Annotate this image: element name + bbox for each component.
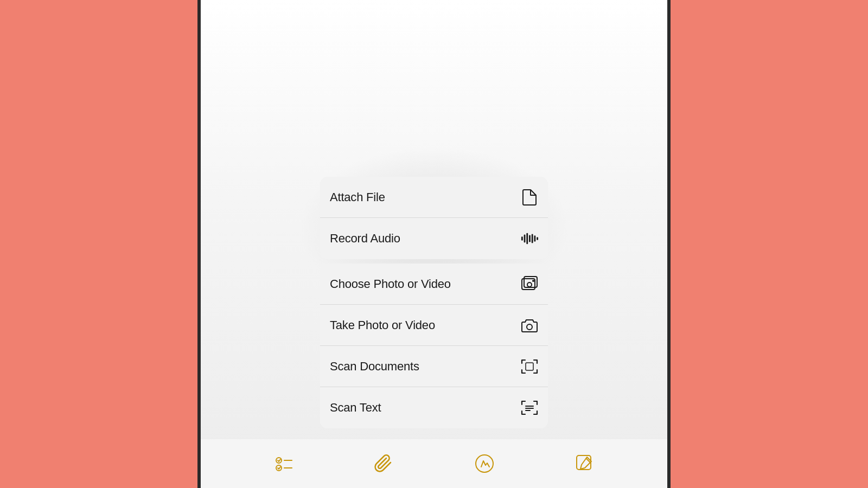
markup-button[interactable]	[471, 450, 498, 477]
svg-rect-2	[526, 233, 528, 245]
file-icon	[521, 189, 538, 206]
svg-point-16	[276, 458, 282, 463]
svg-rect-3	[529, 235, 531, 242]
scan-text-icon	[521, 399, 538, 416]
svg-rect-12	[526, 363, 533, 370]
menu-group-2: Choose Photo or Video Take Photo or Vide…	[320, 264, 548, 428]
svg-rect-1	[524, 234, 526, 242]
attach-file-item[interactable]: Attach File	[320, 177, 548, 218]
svg-rect-4	[532, 234, 533, 243]
scan-documents-item[interactable]: Scan Documents	[320, 346, 548, 387]
svg-point-10	[532, 280, 534, 282]
action-menu: Attach File Record Audio	[320, 177, 548, 428]
svg-point-17	[276, 465, 282, 471]
menu-group-1: Attach File Record Audio	[320, 177, 548, 259]
svg-point-9	[527, 282, 532, 287]
attach-button[interactable]	[371, 450, 398, 477]
right-sidebar	[667, 0, 868, 488]
svg-rect-5	[534, 235, 535, 241]
camera-icon	[521, 317, 538, 334]
phone-screen: Attach File Record Audio	[201, 0, 667, 488]
svg-rect-0	[521, 236, 523, 241]
scan-document-icon	[521, 358, 538, 375]
svg-rect-6	[537, 237, 538, 240]
audio-waveform-icon	[521, 230, 538, 247]
take-photo-item[interactable]: Take Photo or Video	[320, 305, 548, 346]
bottom-toolbar	[201, 439, 667, 488]
choose-photo-item[interactable]: Choose Photo or Video	[320, 264, 548, 305]
svg-point-11	[527, 324, 532, 330]
checklist-button[interactable]	[270, 450, 297, 477]
compose-button[interactable]	[571, 450, 598, 477]
photo-library-icon	[521, 275, 538, 293]
left-sidebar	[0, 0, 201, 488]
record-audio-item[interactable]: Record Audio	[320, 218, 548, 259]
scan-text-item[interactable]: Scan Text	[320, 387, 548, 428]
